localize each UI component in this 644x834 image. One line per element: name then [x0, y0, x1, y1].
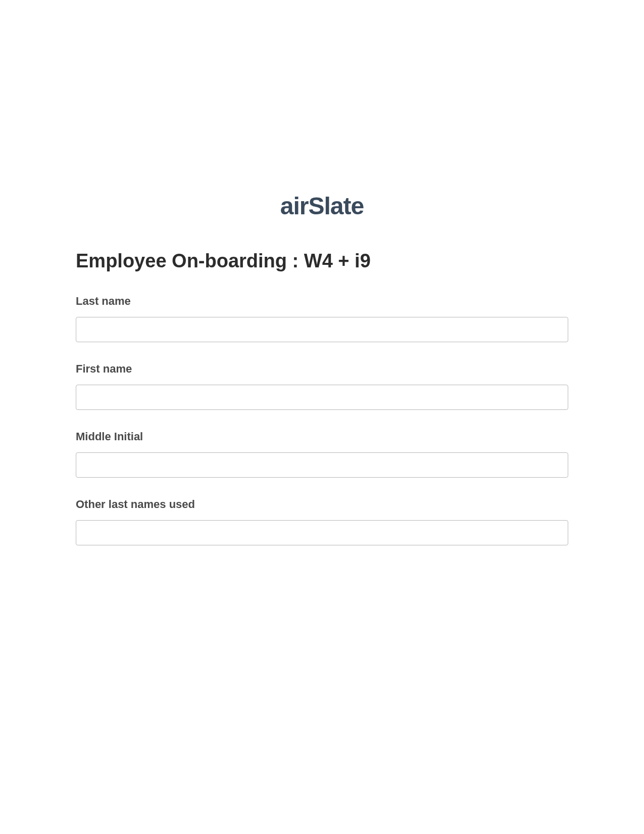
logo-wrapper: airSlate [0, 192, 644, 220]
field-last-name: Last name [76, 295, 568, 342]
input-other-last-names[interactable] [76, 520, 568, 545]
label-middle-initial: Middle Initial [76, 430, 568, 443]
input-first-name[interactable] [76, 385, 568, 410]
input-last-name[interactable] [76, 317, 568, 342]
label-first-name: First name [76, 362, 568, 376]
label-last-name: Last name [76, 295, 568, 308]
form-wrapper: Employee On-boarding : W4 + i9 Last name… [0, 250, 644, 545]
input-middle-initial[interactable] [76, 452, 568, 478]
field-first-name: First name [76, 362, 568, 410]
logo-text: airSlate [280, 193, 364, 219]
field-middle-initial: Middle Initial [76, 430, 568, 478]
label-other-last-names: Other last names used [76, 498, 568, 511]
page-title: Employee On-boarding : W4 + i9 [76, 250, 568, 272]
field-other-last-names: Other last names used [76, 498, 568, 545]
form-container: airSlate Employee On-boarding : W4 + i9 … [0, 0, 644, 545]
